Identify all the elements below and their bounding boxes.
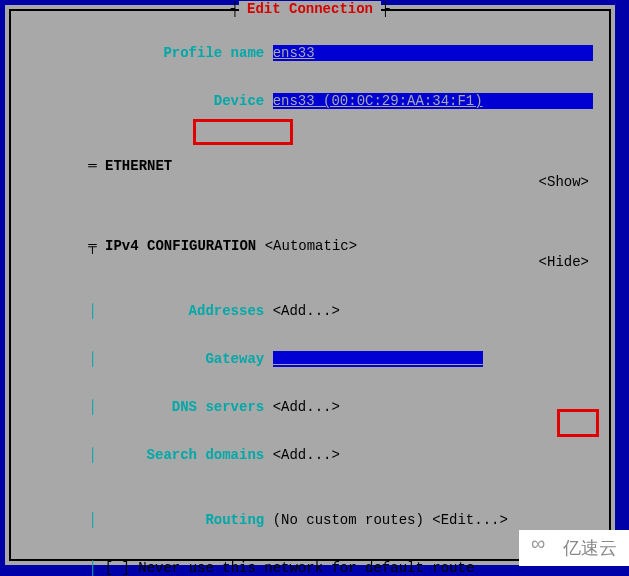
ethernet-prefix: ═ (88, 158, 96, 174)
profile-name-input[interactable]: ens33 (273, 45, 593, 61)
cloud-icon (531, 539, 557, 557)
search-domains-label: Search domains (96, 447, 264, 463)
ethernet-heading: ETHERNET (105, 158, 172, 174)
device-input[interactable]: ens33 (00:0C:29:AA:34:F1) (273, 93, 593, 109)
ipv4-hide-button[interactable]: <Hide> (539, 254, 589, 270)
routing-label: Routing (96, 512, 264, 528)
routing-edit-button[interactable]: (No custom routes) <Edit...> (273, 512, 508, 528)
ethernet-show-button[interactable]: <Show> (539, 174, 589, 190)
dns-servers-label: DNS servers (96, 399, 264, 415)
gateway-label: Gateway (96, 351, 264, 367)
addresses-add-button[interactable]: <Add...> (273, 303, 340, 319)
ipv4-heading: IPv4 CONFIGURATION (105, 238, 256, 254)
ipv4-bullet: ╤ (88, 238, 96, 254)
dns-add-button[interactable]: <Add...> (273, 399, 340, 415)
search-domains-add-button[interactable]: <Add...> (273, 447, 340, 463)
watermark-text: 亿速云 (563, 536, 617, 560)
dialog-title: Edit Connection (239, 1, 381, 17)
gateway-input[interactable]: _________________________ (273, 351, 483, 367)
watermark: 亿速云 (519, 530, 629, 566)
title-bar: ┤Edit Connection├ (11, 1, 609, 17)
ipv4-mode-select[interactable]: <Automatic> (265, 238, 357, 254)
checkbox-never-default[interactable]: [ ] Never use this network for default r… (105, 560, 475, 576)
addresses-label: Addresses (96, 303, 264, 319)
profile-name-label: Profile name (88, 45, 264, 61)
device-label: Device (88, 93, 264, 109)
